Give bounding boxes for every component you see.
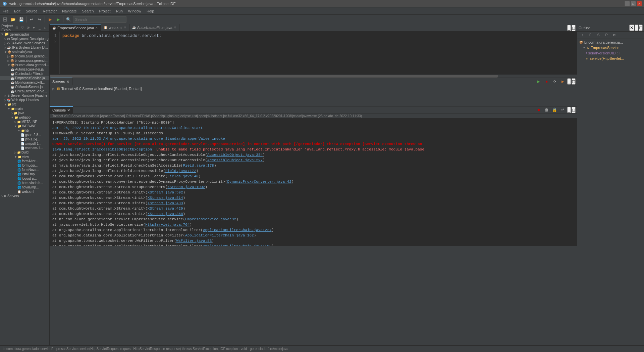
tree-item-empresas-service[interactable]: ☕ EmpresasService.ja	[0, 76, 49, 80]
tree-item-lib[interactable]: ▼ 📁 lib	[0, 128, 49, 133]
outline-field-serial[interactable]: f serialVersionUID : l	[578, 50, 643, 56]
minimize-button[interactable]: ─	[625, 1, 630, 6]
sync-button[interactable]: ⟳	[25, 25, 31, 31]
close-tab-autorizacao[interactable]: ✕	[174, 26, 176, 29]
tree-item-form-nova[interactable]: 🌐 formNova...	[0, 168, 49, 172]
servers-minimize[interactable]: _	[567, 78, 571, 85]
search-input[interactable]: Search	[73, 16, 126, 23]
collapse-all-button[interactable]: ⊟	[14, 25, 19, 31]
close-console-tab[interactable]: ✕	[67, 108, 70, 113]
tab-autorizacao[interactable]: ☕ AutorizacaoFilter.java ✕	[129, 24, 179, 31]
tree-item-view[interactable]: ▼ 📁 view	[0, 155, 49, 159]
new-button[interactable]	[1, 16, 9, 23]
scrollbar-thumb[interactable]	[50, 75, 498, 78]
tree-item-xstream[interactable]: 📄 xstream-1...	[0, 146, 49, 150]
menu-file[interactable]: File	[0, 7, 11, 15]
hide-static-button[interactable]: S	[595, 32, 602, 39]
outline-class-empresas[interactable]: ▼ C EmpresasService	[578, 45, 643, 50]
horizontal-scrollbar[interactable]	[50, 74, 577, 78]
server-tomcat-item[interactable]: ▷ 🖥 Tomcat v9.0 Server at localhost [Sta…	[52, 86, 574, 91]
debug-button[interactable]: ▶	[46, 16, 54, 23]
stop-server-button[interactable]: ■	[543, 78, 550, 85]
menu-help[interactable]: Help	[144, 7, 157, 15]
menu-project[interactable]: Project	[96, 7, 113, 15]
tree-item-pkg3[interactable]: ▼ 📦 br.com.alura.gerencia...	[0, 63, 49, 67]
tree-item-xmlpull[interactable]: 📄 xmlpull-1...	[0, 141, 49, 146]
tree-item-logout[interactable]: 🌐 logout-p...	[0, 176, 49, 181]
tree-item-nova-emp[interactable]: 🌐 novaEmp...	[0, 185, 49, 189]
menu-run[interactable]: Run	[113, 7, 125, 15]
tree-item-controlador[interactable]: ☕ ControladorFilter.ja	[0, 72, 49, 76]
filter-button[interactable]: ▽	[20, 25, 25, 31]
sort-button[interactable]: ↕	[579, 32, 586, 39]
tree-item-bem-vindo[interactable]: 🌐 bem-vindo.h...	[0, 181, 49, 185]
tree-item-build[interactable]: ▷ 📁 build	[0, 150, 49, 155]
clear-console-button[interactable]: 🗑	[543, 106, 550, 114]
tree-item-webapp-libs[interactable]: ▷ 📚 Web App Libraries	[0, 98, 49, 102]
maximize-panel-button[interactable]: □	[43, 25, 48, 31]
tree-item-autorizacao[interactable]: ☕ AutorizacaoFilter.ja	[0, 67, 49, 72]
close-button[interactable]: ✕	[637, 1, 642, 6]
sync-editor-button[interactable]: ⟳	[611, 32, 618, 39]
tree-item-web-inf[interactable]: ▼ 📁 WEB-INF	[0, 124, 49, 128]
tree-item-jre[interactable]: ▷ ☕ JRE System Library [Java]	[0, 45, 49, 50]
outline-package[interactable]: 📦 br.com.alura.gerencia...	[578, 40, 643, 45]
console-maximize[interactable]: □	[572, 107, 576, 113]
tab-web-xml[interactable]: 📋 web.xml ✕	[101, 24, 129, 31]
maximize-editor-button[interactable]: □	[572, 25, 576, 31]
outline-close-button[interactable]: ✕	[629, 25, 634, 31]
run-button[interactable]: ▶	[54, 16, 62, 23]
tree-item-src[interactable]: ▼ 📁 src	[0, 102, 49, 106]
tab-servers[interactable]: Servers ✕	[50, 78, 72, 85]
tree-item-servers[interactable]: ▷ 🖥 Servers	[0, 194, 49, 198]
close-tab-empresas[interactable]: ✕	[95, 26, 98, 30]
open-button[interactable]: 📂	[9, 16, 17, 23]
servers-maximize[interactable]: □	[572, 78, 576, 85]
undo-button[interactable]: ↩	[28, 16, 35, 23]
tab-empresas-service[interactable]: ☕ EmpresasService.java ✕	[50, 24, 101, 31]
menu-refactor[interactable]: Refactor	[40, 7, 60, 15]
menu-search[interactable]: Search	[79, 7, 97, 15]
outline-minimize-button[interactable]: _	[635, 25, 638, 31]
tree-item-form-login[interactable]: 🌐 formLogi...	[0, 163, 49, 168]
menu-edit[interactable]: Edit	[11, 7, 23, 15]
hide-nonpublic-button[interactable]: P	[603, 32, 610, 39]
tree-item-gson[interactable]: 📄 gson-2.8...	[0, 133, 49, 137]
tree-item-webapp[interactable]: ▼ 📁 webapp	[0, 115, 49, 120]
redo-button[interactable]: ↪	[36, 16, 43, 23]
tree-item-lista-emp[interactable]: 🌐 listaEmp...	[0, 172, 49, 176]
tree-item-form-alter[interactable]: 🌐 formAlter...	[0, 159, 49, 163]
tree-item-pkg2[interactable]: ▷ 📦 br.com.alura.gerencia...	[0, 58, 49, 63]
debug-server-button[interactable]: ▶	[559, 78, 567, 85]
tree-item-jstl[interactable]: 📄 jstl-1.2-j...	[0, 137, 49, 141]
word-wrap-button[interactable]: ↵	[559, 106, 567, 114]
tree-item-main[interactable]: ▼ 📁 main	[0, 106, 49, 111]
tab-console[interactable]: Console ✕	[50, 106, 73, 114]
minimize-editor-button[interactable]: _	[567, 25, 571, 31]
outline-maximize-button[interactable]: □	[639, 25, 643, 31]
outline-method-service[interactable]: m service(HttpServlet...	[578, 56, 643, 61]
tree-item-src-main-java[interactable]: ▼ 📦 src/main/java	[0, 50, 49, 54]
menu-navigate[interactable]: Navigate	[59, 7, 79, 15]
tree-item-gerenciador[interactable]: ▼ 📁 gerenciador	[0, 32, 49, 37]
tree-item-pkg1[interactable]: ▷ 📦 br.com.alura.gerencia...	[0, 54, 49, 58]
tree-item-deployment[interactable]: ▷ 🗂 Deployment Descriptor: g	[0, 37, 49, 41]
tree-item-monitoramento[interactable]: ☕ MonitoramentoFilt...	[0, 80, 49, 85]
console-minimize[interactable]: _	[567, 107, 571, 113]
tree-item-java[interactable]: ▷ 📁 java	[0, 111, 49, 115]
minimize-panel-button[interactable]: _	[37, 25, 42, 31]
menu-source[interactable]: Source	[23, 7, 40, 15]
scroll-lock-button[interactable]: 🔒	[551, 106, 558, 114]
hide-fields-button[interactable]: F	[587, 32, 594, 39]
menu-window[interactable]: Window	[125, 7, 144, 15]
search-global-button[interactable]: 🔍	[65, 16, 72, 23]
tree-item-oi-mundo[interactable]: ☕ OiMundoServlet.ja...	[0, 85, 49, 89]
tree-item-meta-inf[interactable]: ▷ 📁 META-INF	[0, 120, 49, 124]
close-tab-xml[interactable]: ✕	[124, 26, 126, 29]
save-button[interactable]: 💾	[17, 16, 25, 23]
maximize-button[interactable]: □	[631, 1, 636, 6]
tree-item-jax[interactable]: ▷ 🗂 JAX-WS Web Services	[0, 41, 49, 45]
close-servers-tab[interactable]: ✕	[66, 80, 69, 84]
restart-server-button[interactable]: ⟳	[551, 78, 558, 85]
code-editor[interactable]: package br.com.alura.gerenciador.servlet…	[60, 32, 577, 74]
